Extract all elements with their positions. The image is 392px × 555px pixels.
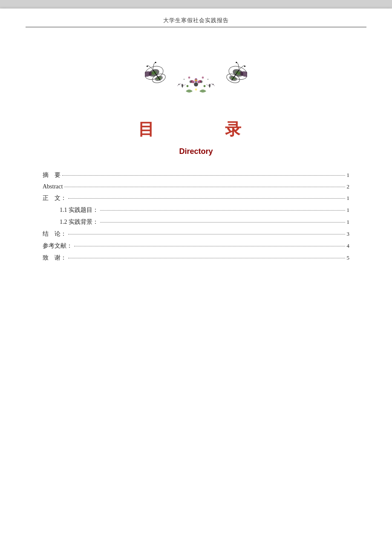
toc-page-number: 1 xyxy=(347,207,350,214)
toc-row: Abstract2 xyxy=(43,183,349,190)
toc-label: 参考文献： xyxy=(43,242,72,250)
toc-label: 致 谢： xyxy=(43,254,66,262)
toc-label: 摘 要 xyxy=(43,171,61,179)
toc-row: 正 文：1 xyxy=(43,194,349,202)
toc-dots xyxy=(100,210,345,211)
toc-label: 正 文： xyxy=(43,194,66,202)
svg-point-21 xyxy=(187,85,189,87)
toc-dots xyxy=(74,246,345,246)
svg-point-31 xyxy=(195,89,197,91)
toc-page-number: 5 xyxy=(347,254,350,261)
butterfly-ornament-icon xyxy=(145,61,247,104)
toc-container: 摘 要1Abstract2正 文：11.1 实践题目：11.2 实践背景：1结 … xyxy=(43,171,349,262)
toc-row: 参考文献：4 xyxy=(43,242,349,250)
toc-dots xyxy=(68,258,345,258)
svg-point-22 xyxy=(204,85,206,87)
toc-row: 摘 要1 xyxy=(43,171,349,179)
toc-row: 致 谢：5 xyxy=(43,254,349,262)
page-content: 目 录 Directory 摘 要1Abstract2正 文：11.1 实践题目… xyxy=(0,27,392,292)
svg-point-25 xyxy=(190,79,195,84)
toc-row: 1.1 实践题目：1 xyxy=(43,206,349,214)
header-title: 大学生寒假社会实践报告 xyxy=(163,17,229,23)
toc-page-number: 2 xyxy=(347,183,350,190)
toc-label: Abstract xyxy=(43,183,63,190)
svg-point-29 xyxy=(184,79,184,80)
svg-point-32 xyxy=(188,77,190,79)
toc-title-chinese: 目 录 xyxy=(43,119,349,140)
svg-point-26 xyxy=(195,79,197,81)
toc-dots xyxy=(62,175,345,176)
toc-label: 1.2 实践背景： xyxy=(60,218,98,226)
svg-point-16 xyxy=(236,61,237,63)
svg-point-30 xyxy=(208,79,208,80)
decoration-image xyxy=(43,61,349,106)
toc-label: 1.1 实践题目： xyxy=(60,206,98,214)
toc-row: 结 论：3 xyxy=(43,230,349,238)
toc-page-number: 1 xyxy=(347,172,350,179)
toc-title-english: Directory xyxy=(43,147,349,156)
toc-dots xyxy=(100,222,345,223)
svg-point-7 xyxy=(155,61,156,63)
toc-dots xyxy=(68,198,345,199)
toc-page-number: 4 xyxy=(347,243,350,249)
toc-dots xyxy=(68,234,345,234)
toc-label: 结 论： xyxy=(43,230,66,238)
svg-point-24 xyxy=(197,79,202,84)
page-header: 大学生寒假社会实践报告 xyxy=(26,9,366,27)
document-page: 大学生寒假社会实践报告 xyxy=(0,9,392,555)
toc-page-number: 3 xyxy=(347,231,350,237)
svg-point-18 xyxy=(194,82,198,87)
toc-page-number: 1 xyxy=(347,219,350,225)
toc-dots xyxy=(64,187,345,187)
toc-page-number: 1 xyxy=(347,195,350,202)
svg-point-33 xyxy=(202,77,204,79)
toc-row: 1.2 实践背景：1 xyxy=(43,218,349,226)
